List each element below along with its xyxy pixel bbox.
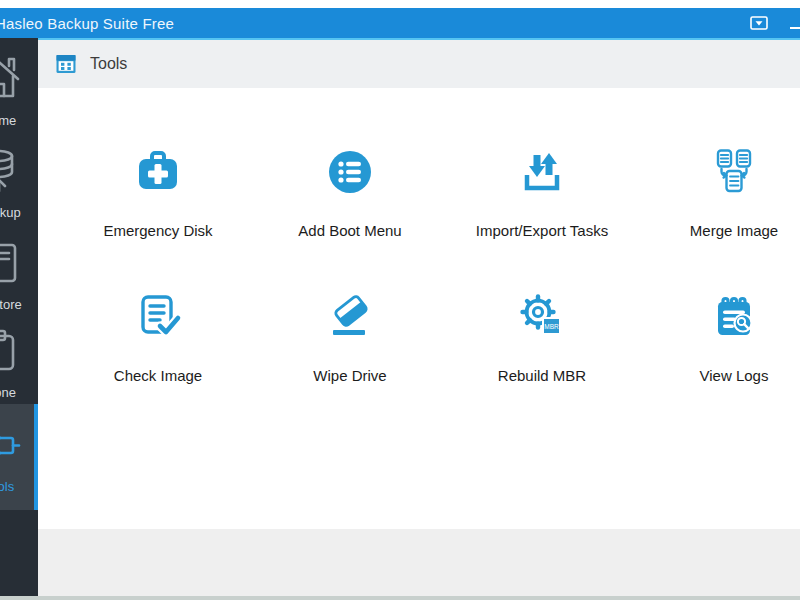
tool-merge-image[interactable]: Merge Image — [638, 148, 800, 240]
tool-label: Wipe Drive — [313, 367, 386, 384]
sidebar-item-clone[interactable]: Clone — [0, 320, 38, 404]
sidebar-item-backup[interactable]: Backup — [0, 136, 38, 228]
restore-icon — [0, 237, 25, 289]
tool-label: Emergency Disk — [103, 222, 212, 239]
home-icon — [0, 53, 25, 105]
tool-add-boot-menu[interactable]: Add Boot Menu — [254, 148, 446, 240]
tool-rebuild-mbr[interactable]: MBR Rebuild MBR — [446, 293, 638, 385]
sidebar-item-tools[interactable]: Tools — [0, 404, 38, 510]
tool-label: Check Image — [114, 367, 202, 384]
sidebar-item-label: Restore — [0, 297, 22, 312]
tool-wipe-drive[interactable]: Wipe Drive — [254, 293, 446, 385]
window-bottom-edge — [0, 596, 800, 600]
clone-icon — [0, 325, 25, 377]
tools-page-icon — [56, 54, 76, 74]
tools-icon — [0, 421, 24, 471]
import-export-arrows-icon — [518, 148, 566, 196]
page-header: Tools — [38, 40, 800, 88]
sidebar-item-home[interactable]: Home — [0, 44, 38, 136]
sidebar-item-restore[interactable]: Restore — [0, 228, 38, 320]
hide-to-tray-icon[interactable] — [750, 16, 768, 30]
tool-label: Add Boot Menu — [298, 222, 401, 239]
rebuild-mbr-gear-icon: MBR — [518, 293, 566, 341]
tool-emergency-disk[interactable]: Emergency Disk — [62, 148, 254, 240]
tool-label: Rebuild MBR — [498, 367, 586, 384]
sidebar-item-label: Clone — [0, 385, 16, 400]
tool-import-export-tasks[interactable]: Import/Export Tasks — [446, 148, 638, 240]
tools-grid: Emergency Disk Add Boot Menu — [38, 88, 800, 385]
boot-menu-list-icon — [326, 148, 374, 196]
sidebar-item-label: Tools — [0, 479, 14, 494]
tools-panel: Emergency Disk Add Boot Menu — [38, 88, 800, 529]
view-logs-notepad-icon — [710, 293, 758, 341]
page-title: Tools — [90, 55, 127, 73]
minimize-icon[interactable] — [790, 27, 800, 29]
sidebar-item-label: Backup — [0, 205, 21, 220]
tool-view-logs[interactable]: View Logs — [638, 293, 800, 385]
tool-label: View Logs — [700, 367, 769, 384]
sidebar: Home Backup — [0, 38, 38, 596]
backup-icon — [0, 145, 25, 197]
titlebar: Hasleo Backup Suite Free — [0, 8, 800, 38]
window-title: Hasleo Backup Suite Free — [0, 15, 174, 32]
mbr-badge-text: MBR — [544, 323, 559, 330]
tool-check-image[interactable]: Check Image — [62, 293, 254, 385]
sidebar-item-label: Home — [0, 113, 16, 128]
check-image-icon — [134, 293, 182, 341]
tool-label: Merge Image — [690, 222, 778, 239]
tool-label: Import/Export Tasks — [476, 222, 608, 239]
merge-image-icon — [710, 148, 758, 196]
eraser-icon — [326, 293, 374, 341]
footer-area — [38, 529, 800, 596]
emergency-disk-icon — [134, 148, 182, 196]
